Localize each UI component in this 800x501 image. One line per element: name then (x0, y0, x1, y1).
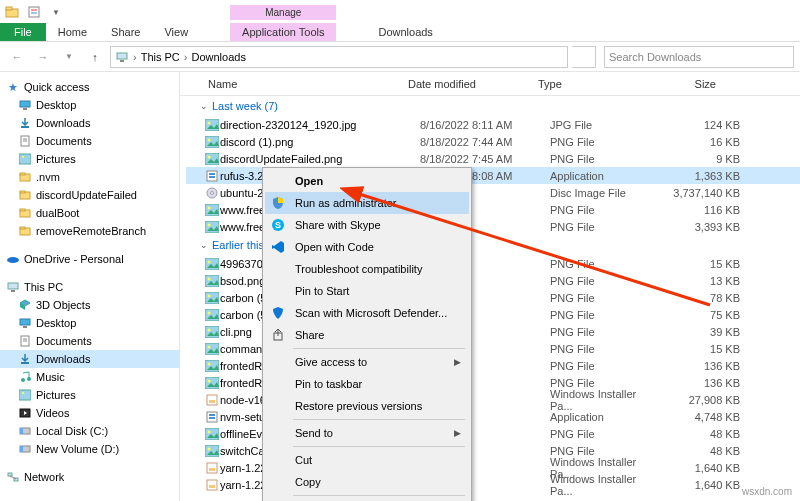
sidebar-item[interactable]: Documents (0, 332, 179, 350)
folder-icon (18, 442, 32, 456)
svg-point-32 (21, 378, 25, 382)
file-row[interactable]: discordUpdateFailed.png8/18/2022 7:45 AM… (186, 150, 800, 167)
menu-item[interactable]: Restore previous versions (265, 395, 469, 417)
up-button[interactable]: ↑ (84, 46, 106, 68)
tab-share[interactable]: Share (99, 23, 152, 41)
svg-rect-34 (19, 390, 31, 400)
sidebar-item[interactable]: Desktop (0, 314, 179, 332)
svg-point-45 (208, 121, 211, 124)
chevron-down-icon[interactable]: ▼ (48, 4, 64, 20)
menu-item[interactable]: Run as administrator (265, 192, 469, 214)
svg-rect-8 (23, 108, 27, 110)
folder-icon (18, 134, 32, 148)
breadcrumb-pc[interactable]: This PC (141, 51, 180, 63)
menu-item[interactable]: Pin to taskbar (265, 373, 469, 395)
folder-icon (18, 352, 32, 366)
sidebar-item[interactable]: Downloads (0, 114, 179, 132)
folder-icon (18, 298, 32, 312)
search-input[interactable]: Search Downloads (604, 46, 794, 68)
col-type[interactable]: Type (532, 78, 642, 90)
svg-point-47 (208, 138, 211, 141)
sidebar-item[interactable]: Local Disk (C:) (0, 422, 179, 440)
sidebar-item[interactable]: Desktop (0, 96, 179, 114)
svg-point-49 (208, 155, 211, 158)
sidebar-item[interactable]: .nvm (0, 168, 179, 186)
svg-point-56 (208, 206, 211, 209)
breadcrumb[interactable]: › This PC › Downloads (110, 46, 568, 68)
recent-dropdown[interactable]: ▼ (58, 46, 80, 68)
back-button[interactable]: ← (6, 46, 28, 68)
sidebar-this-pc[interactable]: This PC (0, 278, 179, 296)
menu-item[interactable]: Share (265, 324, 469, 346)
menu-item[interactable]: Cut (265, 449, 469, 471)
svg-point-23 (7, 257, 19, 263)
tab-home[interactable]: Home (46, 23, 99, 41)
blank-icon (269, 425, 287, 441)
chevron-down-icon: ⌄ (200, 101, 208, 111)
titlebar: ▼ (0, 0, 800, 24)
cloud-icon (6, 252, 20, 266)
sidebar-item[interactable]: Documents (0, 132, 179, 150)
skype-icon: S (269, 217, 287, 233)
menu-item[interactable]: SShare with Skype (265, 214, 469, 236)
svg-rect-20 (20, 209, 25, 211)
col-name[interactable]: Name (202, 78, 402, 90)
properties-icon[interactable] (26, 4, 42, 20)
svg-rect-2 (29, 7, 39, 17)
menu-item[interactable]: Give access to▶ (265, 351, 469, 373)
navigation-pane: ★ Quick access DesktopDownloadsDocuments… (0, 72, 180, 501)
menu-item[interactable]: Copy (265, 471, 469, 493)
sidebar-item[interactable]: Downloads (0, 350, 179, 368)
tab-view[interactable]: View (152, 23, 200, 41)
menu-item[interactable]: Open (265, 170, 469, 192)
file-icon (204, 135, 220, 149)
group-header[interactable]: ⌄Last week (7) (186, 96, 800, 116)
sidebar-network[interactable]: Network (0, 468, 179, 486)
svg-point-74 (208, 379, 211, 382)
folder-icon (18, 406, 32, 420)
column-headers: Name Date modified Type Size (180, 72, 800, 96)
file-icon (204, 359, 220, 373)
file-icon (204, 118, 220, 132)
file-icon (204, 152, 220, 166)
refresh-button[interactable] (572, 46, 596, 68)
menu-item[interactable]: Pin to Start (265, 280, 469, 302)
menu-item[interactable]: Scan with Microsoft Defender... (265, 302, 469, 324)
sidebar-item[interactable]: New Volume (D:) (0, 440, 179, 458)
sidebar-item[interactable]: Videos (0, 404, 179, 422)
sidebar-onedrive[interactable]: OneDrive - Personal (0, 250, 179, 268)
svg-rect-24 (8, 283, 18, 289)
svg-rect-7 (20, 101, 30, 107)
sidebar-quick-access[interactable]: ★ Quick access (0, 78, 179, 96)
pc-icon (115, 50, 129, 64)
sidebar-item[interactable]: Music (0, 368, 179, 386)
breadcrumb-folder[interactable]: Downloads (191, 51, 245, 63)
col-date[interactable]: Date modified (402, 78, 532, 90)
svg-rect-13 (19, 154, 31, 164)
sidebar-item[interactable]: removeRemoteBranch (0, 222, 179, 240)
menu-item[interactable]: Send to▶ (265, 422, 469, 444)
col-size[interactable]: Size (642, 78, 722, 90)
folder-icon (18, 188, 32, 202)
menu-item[interactable]: Troubleshoot compatibility (265, 258, 469, 280)
sidebar-item[interactable]: discordUpdateFailed (0, 186, 179, 204)
tab-app-tools[interactable]: Manage Application Tools (230, 23, 336, 41)
forward-button[interactable]: → (32, 46, 54, 68)
context-menu: OpenRun as administratorSShare with Skyp… (262, 167, 472, 501)
file-row[interactable]: direction-2320124_1920.jpg8/16/2022 8:11… (186, 116, 800, 133)
menu-item[interactable]: Open with Code (265, 236, 469, 258)
vscode-icon (269, 239, 287, 255)
sidebar-item[interactable]: Pictures (0, 386, 179, 404)
svg-point-62 (208, 277, 211, 280)
sidebar-item[interactable]: Pictures (0, 150, 179, 168)
svg-rect-16 (20, 173, 25, 175)
svg-point-66 (208, 311, 211, 314)
blank-icon (269, 474, 287, 490)
svg-rect-18 (20, 191, 25, 193)
sidebar-item[interactable]: 3D Objects (0, 296, 179, 314)
tab-file[interactable]: File (0, 23, 46, 41)
shield-icon (269, 195, 287, 211)
file-icon (204, 274, 220, 288)
file-row[interactable]: discord (1).png8/18/2022 7:44 AMPNG File… (186, 133, 800, 150)
sidebar-item[interactable]: dualBoot (0, 204, 179, 222)
